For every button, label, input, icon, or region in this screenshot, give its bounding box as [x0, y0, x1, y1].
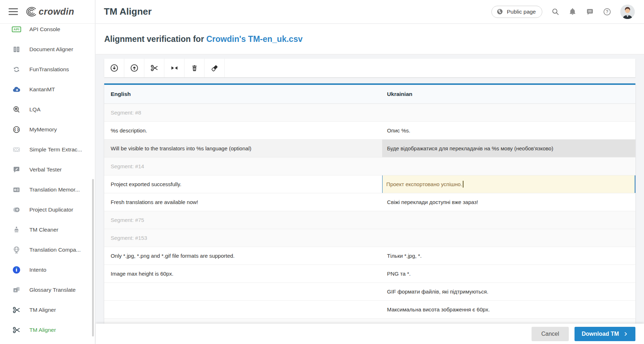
- public-page-button[interactable]: Public page: [491, 6, 542, 18]
- sidebar-item-verbal-tester[interactable]: Verbal Tester: [0, 160, 95, 180]
- cell-english[interactable]: Image max height is 60px.: [104, 265, 382, 282]
- table-row: %s description.Опис %s.: [104, 122, 635, 140]
- sidebar-item-label: Glossary Translate: [29, 287, 76, 293]
- cloud-icon: [11, 85, 21, 94]
- api-icon: API: [11, 26, 21, 33]
- cell-english[interactable]: Segment: #153: [104, 229, 382, 247]
- user-avatar[interactable]: [620, 5, 635, 19]
- download-tm-label: Download TM: [582, 331, 619, 337]
- alignment-table: English Ukrainian Segment: #8%s descript…: [104, 83, 635, 344]
- cell-english[interactable]: Project exported successfully.: [104, 175, 382, 193]
- hamburger-menu-icon[interactable]: [9, 8, 18, 15]
- cell-ukrainian[interactable]: [382, 104, 635, 121]
- sidebar-item-label: Verbal Tester: [29, 166, 62, 173]
- cell-ukrainian[interactable]: Максимальна висота зображення є 60px.: [382, 301, 635, 318]
- sidebar-item-kantanmt[interactable]: KantanMT: [0, 79, 95, 100]
- table-row: Image max height is 60px.PNG та *.: [104, 265, 635, 283]
- braces-circle-icon: { }: [11, 125, 21, 134]
- cell-english[interactable]: Segment: #14: [104, 158, 382, 175]
- sidebar-item-simple-term-extractor[interactable]: ESimple Term Extrac...: [0, 140, 95, 160]
- sidebar-item-label: Intento: [29, 267, 46, 273]
- sidebar-item-label: Project Duplicator: [29, 207, 73, 213]
- cell-english[interactable]: [104, 283, 382, 300]
- tm-file-link[interactable]: Crowdin's TM-en_uk.csv: [206, 34, 303, 44]
- svg-text:?: ?: [606, 9, 608, 14]
- sidebar-scrollbar[interactable]: [92, 179, 94, 336]
- sidebar-item-tm-aligner[interactable]: TM Aligner: [0, 300, 95, 320]
- sidebar-item-lqa[interactable]: ALQA: [0, 100, 95, 120]
- svg-text:E: E: [16, 149, 17, 151]
- sidebar-item-label: API Console: [29, 26, 60, 33]
- cell-english[interactable]: [104, 301, 382, 318]
- sidebar-item-label: Simple Term Extrac...: [29, 146, 82, 153]
- cell-ukrainian[interactable]: Проект експортовано успішно.: [382, 175, 635, 193]
- circle-arrow-down-icon: [110, 63, 119, 73]
- table-row-segment: Segment: #153: [104, 229, 635, 247]
- scissors-icon: [150, 64, 159, 72]
- cell-ukrainian[interactable]: [382, 229, 635, 247]
- sidebar-nav: APIAPI ConsoleDocument AlignerFunTransla…: [0, 24, 95, 340]
- edit-text: Проект експортовано успішно.: [386, 181, 462, 187]
- split-button[interactable]: [144, 59, 164, 77]
- documents-icon: [11, 45, 21, 54]
- merge-arrows-icon: [170, 64, 179, 72]
- sidebar-item-label: KantanMT: [29, 86, 55, 93]
- cancel-button[interactable]: Cancel: [532, 327, 569, 341]
- table-row: Only *.jpg, *.png and *.gif file formats…: [104, 247, 635, 265]
- column-header-ukrainian: Ukrainian: [382, 85, 635, 103]
- cell-ukrainian[interactable]: [382, 211, 635, 229]
- download-tm-button[interactable]: Download TM: [575, 327, 635, 341]
- cell-ukrainian[interactable]: PNG та *.: [382, 265, 635, 282]
- cell-english[interactable]: Segment: #75: [104, 211, 382, 229]
- sidebar-item-document-aligner[interactable]: Document Aligner: [0, 39, 95, 59]
- sidebar-item-glossary-translate[interactable]: AGlossary Translate: [0, 280, 95, 300]
- delete-button[interactable]: [184, 59, 205, 77]
- move-down-button[interactable]: [104, 59, 124, 77]
- column-header-english: English: [104, 85, 382, 103]
- cell-english[interactable]: Segment: #8: [104, 104, 382, 121]
- atom-icon: E: [11, 145, 21, 154]
- cell-ukrainian[interactable]: Буде відображатися для перекладачів на %…: [382, 140, 635, 157]
- svg-text:A: A: [14, 289, 16, 292]
- cell-ukrainian[interactable]: Опис %s.: [382, 122, 635, 139]
- cell-english[interactable]: Only *.jpg, *.png and *.gif file formats…: [104, 247, 382, 265]
- sidebar-item-tm-cleaner[interactable]: TM Cleaner: [0, 220, 95, 240]
- top-bar: TM Aligner Public page: [96, 0, 644, 24]
- sidebar-item-tm-aligner-active[interactable]: TM Aligner: [0, 320, 95, 340]
- sidebar-item-project-duplicator[interactable]: Project Duplicator: [0, 200, 95, 220]
- sidebar-item-funtranslations[interactable]: FunTranslations: [0, 59, 95, 79]
- cell-ukrainian[interactable]: [382, 158, 635, 175]
- text-caret: [463, 181, 463, 188]
- search-icon[interactable]: [551, 8, 559, 16]
- cell-ukrainian[interactable]: Свіжі переклади доступні вже зараз!: [382, 193, 635, 211]
- sidebar-item-translation-comparator[interactable]: Translation Compa...: [0, 240, 95, 260]
- magnifier-a-icon: A: [11, 105, 21, 114]
- cell-ukrainian[interactable]: Тільки *.jpg, *.: [382, 247, 635, 265]
- move-up-button[interactable]: [124, 59, 144, 77]
- scissors-icon: [11, 306, 21, 314]
- cell-english[interactable]: %s description.: [104, 122, 382, 139]
- sidebar-item-label: Translation Memor...: [29, 186, 80, 193]
- sidebar-item-intento[interactable]: Intento: [0, 260, 95, 280]
- table-body: Segment: #8%s description.Опис %s.Will b…: [104, 104, 635, 336]
- sidebar-item-label: LQA: [29, 106, 40, 113]
- duplicate-plus-icon: [11, 205, 21, 214]
- speech-pencil-icon: [11, 165, 21, 174]
- memory-card-icon: [11, 185, 21, 194]
- sidebar-item-label: FunTranslations: [29, 66, 69, 73]
- help-icon[interactable]: ?: [603, 8, 611, 16]
- cell-english[interactable]: Fresh translations are available now!: [104, 193, 382, 211]
- erase-button[interactable]: [205, 59, 225, 77]
- translation-edit-box[interactable]: Проект експортовано успішно.: [382, 175, 635, 193]
- cell-english[interactable]: Will be visible to the translators into …: [104, 140, 382, 157]
- cell-ukrainian[interactable]: GIF формати файлів, які підтримуються.: [382, 283, 635, 300]
- sidebar-item-label: Document Aligner: [29, 46, 73, 53]
- merge-button[interactable]: [164, 59, 184, 77]
- notifications-bell-icon[interactable]: [568, 8, 577, 16]
- sidebar-item-label: TM Aligner: [29, 307, 56, 313]
- sidebar-item-translation-memory[interactable]: Translation Memor...: [0, 180, 95, 200]
- sidebar-item-mymemory[interactable]: { }MyMemory: [0, 120, 95, 140]
- crowdin-logo[interactable]: crowdin: [24, 6, 74, 17]
- messages-icon[interactable]: [586, 8, 594, 16]
- table-row: Project exported successfully.Проект екс…: [104, 175, 635, 193]
